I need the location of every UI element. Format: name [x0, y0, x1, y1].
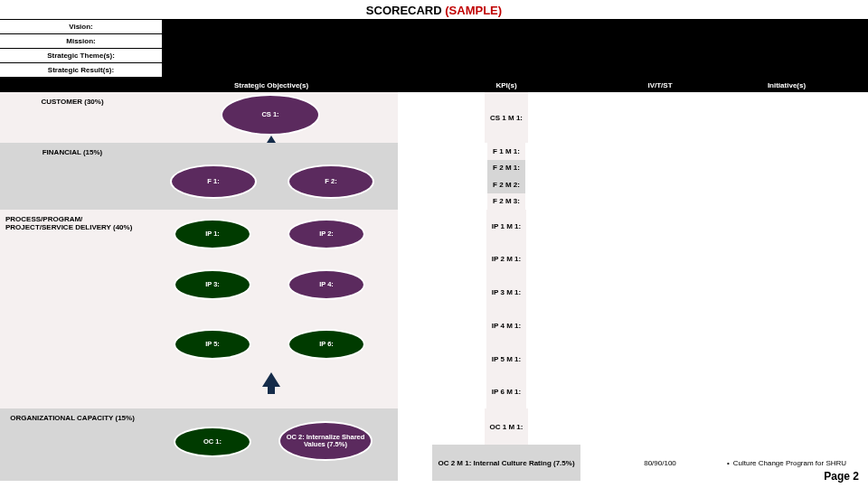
kpi-f2m2: F 2 M 2:	[487, 176, 525, 193]
theme-value-1	[163, 49, 515, 62]
title-main: SCORECARD	[366, 4, 442, 17]
bubble-ip3: IP 3:	[174, 269, 251, 300]
page-title: SCORECARD (SAMPLE)	[0, 0, 868, 19]
bubble-ip4: IP 4:	[288, 269, 365, 300]
kpi-ip4m1: IP 4 M 1:	[486, 309, 526, 343]
ivtst-customer	[615, 92, 705, 143]
bullet-icon: •	[727, 459, 730, 467]
init-financial	[705, 143, 868, 210]
ivtst-oc2: 80/90/100	[644, 445, 676, 481]
result-value-2	[515, 63, 868, 77]
kpi-oc1m1: OC 1 M 1:	[485, 408, 529, 445]
bubble-oc2: OC 2: Internalize Shared Values (7.5%)	[278, 421, 373, 461]
vision-value	[163, 20, 868, 33]
kpi-f1m1: F 1 M 1:	[487, 143, 525, 160]
result-row: Strategic Result(s):	[0, 63, 868, 78]
mission-label: Mission:	[0, 34, 163, 48]
kpi-area-financial: F 1 M 1: F 2 M 1: F 2 M 2: F 2 M 3:	[398, 143, 615, 210]
obj-area-orgcap: OC 1: OC 2: Internalize Shared Values (7…	[145, 408, 398, 481]
ivtst-orgcap: 80/90/100	[615, 408, 705, 481]
kpi-ip1m1: IP 1 M 1:	[486, 210, 526, 243]
bubble-oc1: OC 1:	[174, 427, 251, 457]
bubble-ip6: IP 6:	[288, 329, 365, 360]
obj-area-customer: CS 1:	[145, 92, 398, 143]
kpi-cs1m1: CS 1 M 1:	[485, 92, 528, 143]
arrow-up-icon-2	[262, 372, 280, 387]
bubble-cs1: CS 1:	[221, 94, 320, 136]
title-suffix: (SAMPLE)	[445, 4, 502, 17]
obj-area-financial: F 1: F 2:	[145, 143, 398, 210]
col-objective-head: Strategic Objective(s)	[145, 78, 398, 92]
col-ivtst-head: IV/T/ST	[615, 78, 705, 92]
perspective-customer: CUSTOMER (30%)	[0, 92, 145, 143]
page-number: Page 2	[824, 470, 859, 483]
mission-value	[163, 34, 868, 48]
bubble-ip1: IP 1:	[174, 219, 251, 249]
kpi-area-process: IP 1 M 1: IP 2 M 1: IP 3 M 1: IP 4 M 1: …	[398, 210, 615, 408]
tier-customer: CUSTOMER (30%) CS 1: CS 1 M 1:	[0, 92, 868, 143]
init-oc2: Culture Change Program for SHRU	[733, 459, 846, 467]
tier-financial: FINANCIAL (15%) F 1: F 2: F 1 M 1: F 2 M…	[0, 143, 868, 210]
kpi-ip6m1: IP 6 M 1:	[486, 375, 526, 408]
perspective-orgcap: ORGANIZATIONAL CAPACITY (15%)	[0, 408, 145, 481]
theme-label: Strategic Theme(s):	[0, 49, 163, 62]
kpi-ip5m1: IP 5 M 1:	[486, 343, 526, 376]
bubble-ip5: IP 5:	[174, 329, 251, 360]
mission-row: Mission:	[0, 34, 868, 49]
kpi-area-orgcap: OC 1 M 1: OC 2 M 1: Internal Culture Rat…	[398, 408, 615, 481]
ivtst-process	[615, 210, 705, 408]
columns-header: Strategic Objective(s) KPI(s) IV/T/ST In…	[0, 78, 868, 92]
tier-process: PROCESS/PROGRAM/ PROJECT/SERVICE DELIVER…	[0, 210, 868, 408]
init-customer	[705, 92, 868, 143]
perspective-financial: FINANCIAL (15%)	[0, 143, 145, 210]
col-perspective-head	[0, 78, 145, 92]
bubble-f2: F 2:	[288, 164, 374, 199]
kpi-ip2m1: IP 2 M 1:	[486, 243, 526, 277]
kpi-ip3m1: IP 3 M 1:	[486, 276, 526, 309]
col-kpi-head: KPI(s)	[398, 78, 615, 92]
kpi-area-customer: CS 1 M 1:	[398, 92, 615, 143]
result-label: Strategic Result(s):	[0, 63, 163, 77]
col-initiative-head: Initiative(s)	[705, 78, 868, 92]
kpi-oc2m1: OC 2 M 1: Internal Culture Rating (7.5%)	[432, 445, 580, 481]
header-rows: Vision: Mission: Strategic Theme(s): Str…	[0, 19, 868, 78]
kpi-f2m3: F 2 M 3:	[487, 193, 525, 211]
perspective-process: PROCESS/PROGRAM/ PROJECT/SERVICE DELIVER…	[0, 210, 145, 408]
vision-label: Vision:	[0, 20, 163, 33]
theme-value-2	[515, 49, 868, 62]
tier-orgcap: ORGANIZATIONAL CAPACITY (15%) OC 1: OC 2…	[0, 408, 868, 481]
bubble-ip2: IP 2:	[288, 219, 365, 249]
vision-row: Vision:	[0, 20, 868, 34]
theme-row: Strategic Theme(s):	[0, 49, 868, 63]
init-process	[705, 210, 868, 408]
obj-area-process: IP 1: IP 2: IP 3: IP 4: IP 5: IP 6:	[145, 210, 398, 408]
ivtst-financial	[615, 143, 705, 210]
result-value-1	[163, 63, 515, 77]
kpi-f2m1: F 2 M 1:	[487, 160, 525, 177]
bubble-f1: F 1:	[170, 164, 257, 199]
